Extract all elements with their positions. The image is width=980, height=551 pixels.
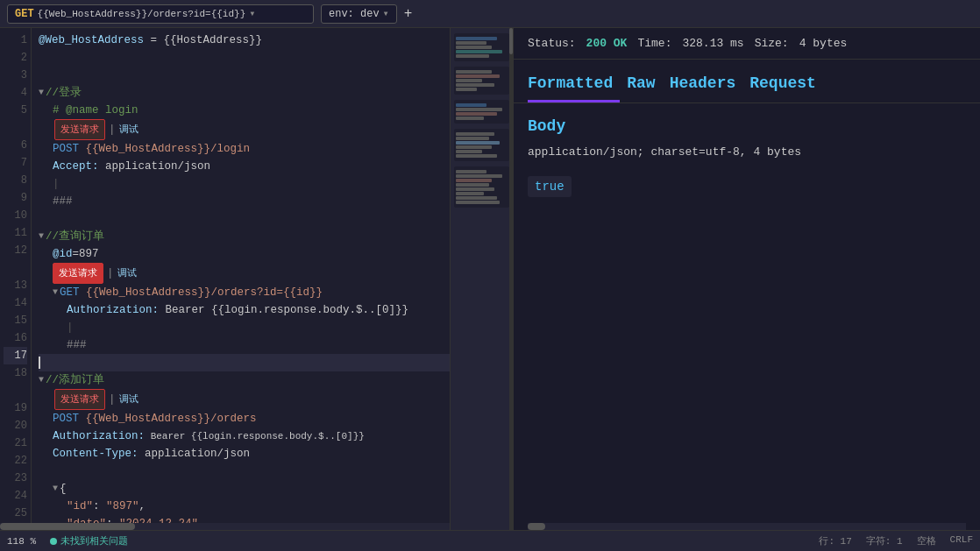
minimap-scrollbar-thumb [509, 28, 513, 54]
env-label: env: dev [329, 8, 380, 20]
code-line-11: ▼ //查询订单 [39, 228, 450, 245]
code-line-18: ▼ //添加订单 [39, 371, 450, 389]
row-info: 行: 17 [819, 534, 851, 547]
editor-panel: 1 2 3 4 5 6 7 8 9 10 11 12 13 14 15 16 1… [0, 28, 451, 530]
http-method: GET [15, 8, 34, 20]
editor-content: 1 2 3 4 5 6 7 8 9 10 11 12 13 14 15 16 1… [0, 28, 450, 523]
tab-headers[interactable]: Headers [670, 67, 750, 102]
url-bar[interactable]: GET {{Web_HostAddress}}/orders?id={{id}}… [7, 4, 314, 24]
minimap-scrollbar [509, 28, 513, 530]
send-request-button-login[interactable]: 发送请求 [54, 119, 105, 140]
json-open-brace: { [60, 480, 67, 498]
id-variable: @id [53, 245, 73, 263]
separator-add: | [109, 391, 116, 408]
status-bar: 118 % 未找到相关问题 行: 17 字符: 1 空格 CRLF [0, 530, 980, 551]
dropdown-arrow-icon[interactable]: ▾ [249, 7, 255, 20]
send-request-button-orders[interactable]: 发送请求 [53, 263, 103, 284]
url-add-orders: {{Web_HostAddress}}/orders [86, 410, 257, 427]
minimap-block-2 [454, 67, 509, 95]
tab-raw[interactable]: Raw [627, 67, 669, 102]
code-line-18b: 发送请求 | 调试 [39, 389, 450, 410]
separator-orders: | [107, 265, 114, 282]
code-line-3 [39, 67, 450, 84]
minimap-block-5 [454, 166, 509, 208]
code-line-21: Content-Type: application/json [39, 445, 450, 463]
collapse-icon-get[interactable]: ▼ [53, 284, 58, 301]
code-line-23: ▼ { [39, 480, 450, 498]
header-ct-key: Content-Type: [53, 445, 138, 463]
url-orders: {{Web_HostAddress}}/orders?id={{id}} [86, 284, 323, 301]
env-selector[interactable]: env: dev ▾ [321, 4, 397, 24]
time-value: 328.13 ms [682, 37, 743, 50]
collapse-icon-add[interactable]: ▼ [39, 371, 44, 389]
minimap-block-1 [454, 33, 509, 61]
editor-scrollbar[interactable] [0, 523, 450, 530]
tab-formatted[interactable]: Formatted [528, 67, 627, 102]
status-label: Status: [528, 37, 576, 50]
name-comment: # @name login [53, 102, 138, 119]
send-request-button-add[interactable]: 发送请求 [54, 389, 105, 410]
code-line-9: ### [39, 193, 450, 210]
header-auth-key: Authorization: [67, 301, 159, 319]
comment-login: //登录 [46, 84, 82, 102]
code-line-8: | [39, 175, 450, 193]
code-line-22 [39, 463, 450, 480]
separator-login: | [109, 121, 116, 138]
encoding-info: CRLF [950, 534, 973, 547]
response-h-scrollbar-thumb[interactable] [528, 523, 545, 530]
method-post: POST [53, 140, 79, 158]
debug-label-add[interactable]: 调试 [119, 391, 138, 408]
col-info: 字符: 1 [866, 534, 903, 547]
code-line-25: "date" : "2024-12-24" , [39, 515, 450, 523]
minimap-block-3 [454, 100, 509, 124]
minimap-block-4 [454, 129, 509, 161]
minimap [451, 28, 514, 530]
status-message: 未找到相关问题 [60, 534, 128, 547]
code-line-7: Accept: application/json [39, 158, 450, 175]
cursor [39, 357, 40, 369]
collapse-icon[interactable]: ▼ [39, 84, 44, 102]
code-line-5b: 发送请求 | 调试 [39, 119, 450, 140]
code-line-6: POST {{Web_HostAddress}}/login [39, 140, 450, 158]
method-post-2: POST [53, 410, 79, 427]
header-accept-key: Accept: [53, 158, 99, 175]
top-bar: GET {{Web_HostAddress}}/orders?id={{id}}… [0, 0, 980, 28]
body-label: Body [528, 117, 966, 135]
debug-label-orders[interactable]: 调试 [117, 265, 137, 282]
response-panel: Status: 200 OK Time: 328.13 ms Size: 4 b… [514, 28, 980, 530]
tab-request[interactable]: Request [749, 67, 830, 102]
response-body: Body application/json; charset=utf-8, 4 … [514, 103, 980, 523]
add-request-button[interactable]: + [404, 6, 413, 22]
debug-label-login[interactable]: 调试 [119, 121, 138, 138]
variable-name: @Web_HostAddress [39, 32, 144, 49]
code-line-1: @Web_HostAddress = {{HostAddress}} [39, 32, 450, 49]
code-line-24: "id" : "897" , [39, 498, 450, 515]
code-line-12a: @id =897 [39, 245, 450, 263]
method-get: GET [60, 284, 80, 301]
main-area: 1 2 3 4 5 6 7 8 9 10 11 12 13 14 15 16 1… [0, 28, 980, 530]
response-h-scrollbar[interactable] [528, 523, 966, 530]
status-dot-icon [50, 538, 57, 545]
code-line-2 [39, 49, 450, 67]
env-dropdown-icon[interactable]: ▾ [383, 7, 389, 20]
no-issues-indicator: 未找到相关问题 [50, 534, 128, 547]
content-type: application/json; charset=utf-8, 4 bytes [528, 145, 966, 159]
response-tabs: Formatted Raw Headers Request [514, 60, 980, 103]
collapse-icon-json[interactable]: ▼ [53, 480, 58, 498]
status-bar-right: 行: 17 字符: 1 空格 CRLF [819, 534, 973, 547]
code-line-4: ▼ //登录 [39, 84, 450, 102]
comment-query-orders: //查询订单 [46, 228, 104, 245]
variable-value: {{HostAddress}} [164, 32, 263, 49]
collapse-icon-orders[interactable]: ▼ [39, 228, 44, 245]
code-editor[interactable]: @Web_HostAddress = {{HostAddress}} ▼ //登… [32, 28, 450, 523]
space-info: 空格 [917, 534, 936, 547]
header-auth-key-2: Authorization: [53, 427, 145, 445]
url-login: {{Web_HostAddress}}/login [86, 140, 251, 158]
code-line-17 [39, 354, 450, 371]
code-line-12b: 发送请求 | 调试 [39, 263, 450, 284]
code-line-13: ▼ GET {{Web_HostAddress}}/orders?id={{id… [39, 284, 450, 301]
time-label: Time: [637, 37, 671, 50]
editor-scrollbar-thumb[interactable] [0, 523, 135, 530]
comment-add-orders: //添加订单 [46, 371, 104, 389]
code-line-15: | [39, 319, 450, 336]
